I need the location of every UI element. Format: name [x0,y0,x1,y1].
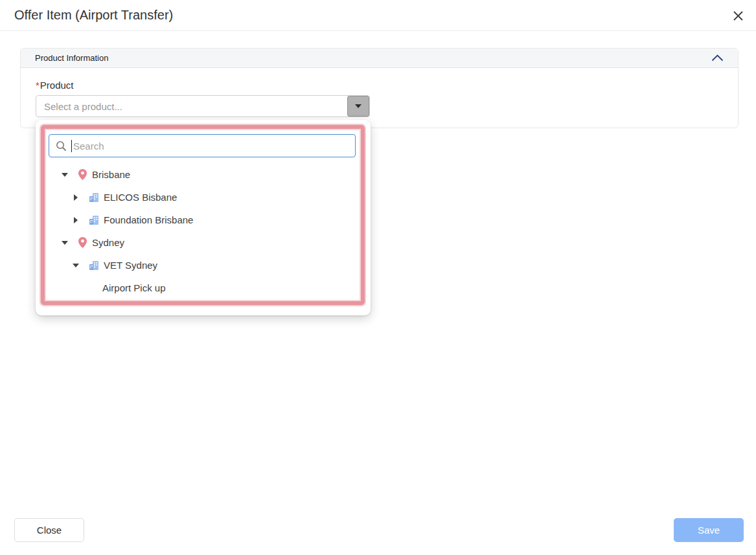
tree-caret-icon[interactable] [73,217,79,223]
chevron-up-icon [711,54,724,62]
triangle-down-icon [355,104,361,108]
tree-item-label: ELICOS Bisbane [104,192,177,203]
building-icon [89,216,98,225]
search-input[interactable] [73,141,349,152]
tree-caret-icon[interactable] [73,264,79,267]
tree-item-elicos-bisbane[interactable]: ELICOS Bisbane [36,186,361,209]
tree-caret-icon[interactable] [62,241,68,245]
tree-item-airport-pick-up[interactable]: Airport Pick up [36,277,361,299]
tree-item-foundation-brisbane[interactable]: Foundation Brisbane [36,209,361,231]
close-icon[interactable] [730,8,746,23]
tree-item-label: Brisbane [92,169,130,180]
modal-header: Offer Item (Airport Transfer) [0,0,756,31]
tree-item-label: VET Sydney [104,260,157,271]
search-icon [56,141,67,152]
location-pin-icon [78,237,87,248]
product-dropdown-panel: Brisbane ELICOS Bisbane [36,120,371,315]
tree-item-vet-sydney[interactable]: VET Sydney [36,254,361,277]
tree-item-brisbane[interactable]: Brisbane [36,163,361,186]
location-pin-icon [78,169,87,180]
building-icon [89,261,98,270]
required-marker: * [36,80,40,91]
collapse-section-button[interactable] [711,54,724,62]
product-label-text: Product [40,80,74,91]
product-tree: Brisbane ELICOS Bisbane [36,163,361,299]
search-box[interactable] [49,134,356,157]
tree-item-label: Sydney [92,237,124,248]
product-information-header[interactable]: Product Information [21,49,738,68]
offer-item-modal: Offer Item (Airport Transfer) Product In… [0,0,756,555]
tree-item-sydney[interactable]: Sydney [36,231,361,254]
product-information-card: Product Information *Product Select a pr… [20,48,739,128]
tree-item-label: Airport Pick up [102,282,166,293]
close-button[interactable]: Close [14,518,84,542]
tree-item-label: Foundation Brisbane [104,214,193,225]
modal-title: Offer Item (Airport Transfer) [0,8,173,23]
product-field-label: *Product [36,80,723,91]
building-icon [89,193,98,202]
tree-caret-icon[interactable] [62,173,68,177]
section-title: Product Information [35,53,108,63]
card-body: *Product Select a product... [21,68,738,117]
product-select-dropdown-button[interactable] [347,96,369,117]
save-button[interactable]: Save [674,518,744,542]
product-select-placeholder: Select a product... [36,101,122,112]
text-cursor [71,140,72,152]
x-mark-icon [733,10,744,21]
product-select[interactable]: Select a product... [36,95,370,117]
tree-caret-icon[interactable] [73,194,79,201]
